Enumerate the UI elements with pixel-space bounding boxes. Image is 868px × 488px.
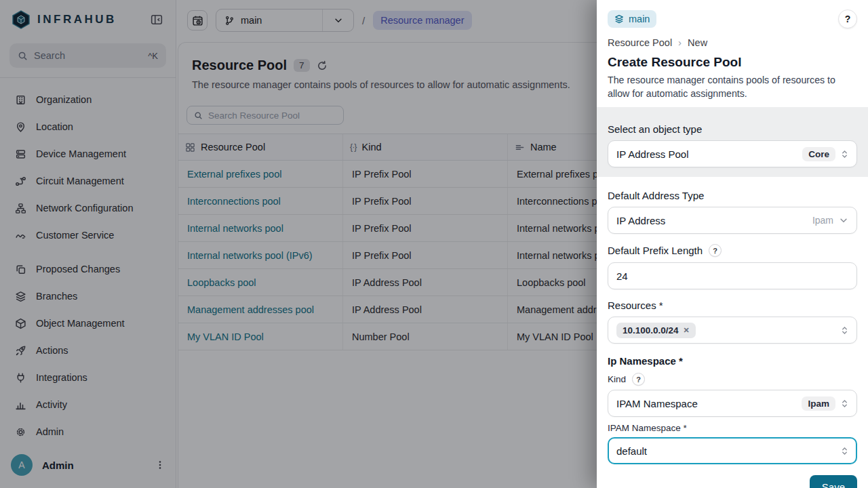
ip-namespace-group-label: Ip Namespace * [608,355,857,367]
create-resource-pool-drawer: main ? Resource Pool › New Create Resour… [597,0,868,488]
chevron-down-icon [839,216,848,225]
object-type-value: IP Address Pool [616,148,797,160]
ipam-namespace-select[interactable]: default [608,437,857,464]
kind-hint: Ipam [812,215,833,226]
stepper-icon [841,399,848,409]
remove-chip-icon[interactable]: ✕ [684,326,690,335]
object-type-section: Select an object type IP Address Pool Co… [597,107,868,177]
resource-chip: 10.100.0.0/24 ✕ [616,323,696,338]
core-badge: Core [802,147,835,161]
drawer-overlay[interactable] [0,0,597,488]
object-type-select[interactable]: IP Address Pool Core [608,140,857,167]
help-button[interactable]: ? [838,9,857,28]
drawer-header: main ? Resource Pool › New Create Resour… [597,0,868,107]
field-ipam-namespace: IPAM Namespace * default [608,423,857,464]
default-prefix-length-input-wrap [608,262,857,289]
stepper-icon [841,446,848,456]
field-default-prefix-length: Default Prefix Length ? [608,244,857,289]
branch-badge[interactable]: main [608,10,656,28]
field-default-address-type: Default Address Type IP Address Ipam [608,190,857,234]
save-button[interactable]: Save [810,475,857,488]
stepper-icon [841,149,848,159]
breadcrumb-current: New [688,37,707,48]
object-type-label: Select an object type [608,123,857,135]
chevron-right-icon: › [678,37,682,48]
help-tooltip-icon[interactable]: ? [632,373,645,386]
ipam-badge: Ipam [802,396,835,411]
default-prefix-length-input[interactable] [616,270,848,282]
drawer-body: Select an object type IP Address Pool Co… [597,107,868,488]
help-tooltip-icon[interactable]: ? [709,244,722,257]
stepper-icon [841,325,848,336]
field-kind: Kind ? IPAM Namespace Ipam [608,373,857,417]
layers-icon [614,14,624,24]
drawer-footer: Save [597,464,868,488]
breadcrumb-parent[interactable]: Resource Pool [608,37,672,48]
default-address-type-select[interactable]: IP Address Ipam [608,207,857,234]
field-resources: Resources * 10.100.0.0/24 ✕ [608,300,857,344]
drawer-form: Default Address Type IP Address Ipam Def… [597,177,868,464]
resources-multiselect[interactable]: 10.100.0.0/24 ✕ [608,317,857,344]
drawer-description: The resource manager contains pools of r… [608,74,857,100]
drawer-title: Create Resource Pool [608,55,857,70]
drawer-breadcrumb: Resource Pool › New [608,37,857,48]
kind-select[interactable]: IPAM Namespace Ipam [608,390,857,417]
